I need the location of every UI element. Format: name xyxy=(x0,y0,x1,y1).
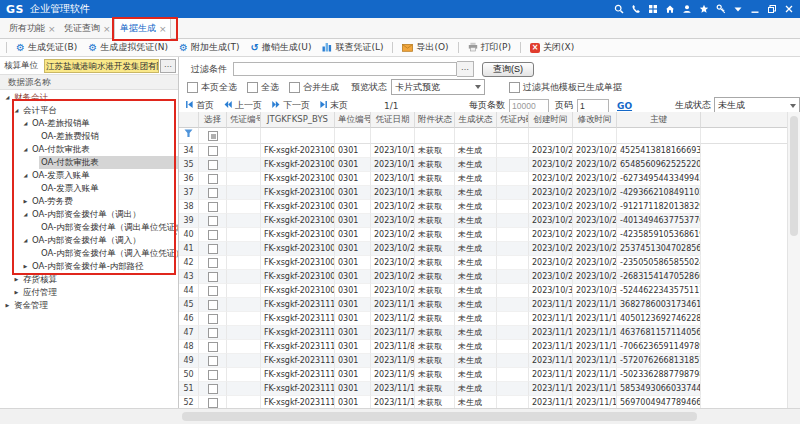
tree-collapsed-icon[interactable]: ▶ xyxy=(21,260,30,273)
toolbar-button[interactable]: ⚙附加生成(T) xyxy=(175,41,244,54)
table-row[interactable]: 34FK-xsgkf-20231006203012023/10/18未获取未生成… xyxy=(179,144,788,158)
page-number-input[interactable] xyxy=(577,99,609,113)
table-row[interactable]: 40FK-xsgkf-20231007103012023/10/23未获取未生成… xyxy=(179,228,788,242)
table-row[interactable]: 45FK-xsgkf-20231111003012023/11/1未获取未生成2… xyxy=(179,298,788,312)
key-icon[interactable] xyxy=(716,4,726,14)
table-row[interactable]: 43FK-xsgkf-20231007503012023/10/24未获取未生成… xyxy=(179,270,788,284)
caret-down-icon[interactable] xyxy=(733,4,743,14)
row-checkbox[interactable] xyxy=(208,328,218,338)
toolbar-button[interactable]: 打印(P) xyxy=(464,41,515,54)
table-row[interactable]: 38FK-xsgkf-20231006903012023/10/20未获取未生成… xyxy=(179,200,788,214)
row-checkbox[interactable] xyxy=(208,300,218,310)
row-checkbox[interactable] xyxy=(208,286,218,296)
per-page-input[interactable] xyxy=(509,99,549,113)
table-row[interactable]: 44FK-xsgkf-20231009303012023/10/27未获取未生成… xyxy=(179,284,788,298)
header-voucher-no-cell[interactable]: 凭证编号 xyxy=(227,112,261,128)
select-all-checkbox[interactable] xyxy=(247,82,258,93)
tree-expanded-icon[interactable]: ◢ xyxy=(21,208,30,221)
tree-node[interactable]: OA-差旅费报销 xyxy=(0,130,178,143)
tree-node[interactable]: OA-发票入账单 xyxy=(0,182,178,195)
tree-node[interactable]: ◢OA-发票入账单 xyxy=(0,169,178,182)
table-row[interactable]: 39FK-xsgkf-20231007003012023/10/20未获取未生成… xyxy=(179,214,788,228)
tree-expanded-icon[interactable]: ◢ xyxy=(21,143,30,156)
tree-node[interactable]: ◢OA-内部资金拨付单（调入） xyxy=(0,234,178,247)
header-voucher-date-cell[interactable]: 凭证日期 xyxy=(371,112,415,128)
go-button[interactable]: GO xyxy=(617,101,632,111)
tree-node[interactable]: OA-内部资金拨付单（调入单位凭证） xyxy=(0,247,178,260)
header-inner-code-cell[interactable]: 凭证内码 xyxy=(497,112,529,128)
funnel-icon[interactable] xyxy=(184,128,193,143)
table-row[interactable]: 51FK-xsgkf-20231117003012023/11/10未获取未生成… xyxy=(179,382,788,396)
table-row[interactable]: 37FK-xsgkf-20231006803012023/10/19未获取未生成… xyxy=(179,186,788,200)
accounting-unit-picker-button[interactable]: … xyxy=(160,59,176,73)
horizontal-scrollbar[interactable] xyxy=(0,408,800,424)
search-icon[interactable] xyxy=(614,4,624,14)
row-checkbox[interactable] xyxy=(208,258,218,268)
header-unit-code-cell[interactable]: 单位编号 xyxy=(335,112,371,128)
tab-close-icon[interactable]: × xyxy=(103,24,109,34)
filter-input[interactable] xyxy=(233,62,457,76)
minimize-icon[interactable] xyxy=(750,4,760,14)
tree-node[interactable]: ▶应付管理 xyxy=(0,286,178,299)
tree-node[interactable]: ◢OA-付款审批表 xyxy=(0,143,178,156)
row-checkbox[interactable] xyxy=(208,356,218,366)
header-attachment-status-cell[interactable]: 附件状态 xyxy=(415,112,455,128)
header-jtgkfksp-bys-cell[interactable]: JTGKFKSP_BYS xyxy=(261,112,335,128)
header-modified-time-cell[interactable]: 修改时间 xyxy=(573,112,617,128)
splitter-handle[interactable] xyxy=(174,225,177,235)
tree-node[interactable]: ▶OA-劳务费 xyxy=(0,195,178,208)
home-icon[interactable] xyxy=(665,4,675,14)
table-row[interactable]: 48FK-xsgkf-20231114603012023/11/8未获取未生成2… xyxy=(179,340,788,354)
table-row[interactable]: 41FK-xsgkf-20231007303012023/10/23未获取未生成… xyxy=(179,242,788,256)
header-generate-status-cell[interactable]: 生成状态 xyxy=(455,112,497,128)
row-checkbox[interactable] xyxy=(208,230,218,240)
tree-expanded-icon[interactable]: ◢ xyxy=(21,117,30,130)
tab-3[interactable]: 单据生成× xyxy=(114,18,171,39)
select-page-checkbox[interactable] xyxy=(187,82,198,93)
table-row[interactable]: 42FK-xsgkf-20231007403012023/10/23未获取未生成… xyxy=(179,256,788,270)
table-row[interactable]: 36FK-xsgkf-20231006703012023/10/19未获取未生成… xyxy=(179,172,788,186)
vertical-scrollbar-thumb[interactable] xyxy=(790,116,798,236)
toolbar-button[interactable]: ↺撤销生成(U) xyxy=(246,41,315,54)
row-checkbox[interactable] xyxy=(208,314,218,324)
tree-expanded-icon[interactable]: ◢ xyxy=(12,104,21,117)
filter-picker-button[interactable]: … xyxy=(457,61,474,77)
toolbar-button[interactable]: 导出(O) xyxy=(398,41,452,54)
row-checkbox[interactable] xyxy=(208,160,218,170)
row-checkbox[interactable] xyxy=(208,244,218,254)
toolbar-button[interactable]: ×关闭(X) xyxy=(526,41,578,54)
table-row[interactable]: 50FK-xsgkf-20231115203012023/11/9未获取未生成2… xyxy=(179,368,788,382)
header-primary-key-cell[interactable]: 主键 xyxy=(617,112,701,128)
table-row[interactable]: 49FK-xsgkf-20231115303012023/11/9未获取未生成2… xyxy=(179,354,788,368)
tree-node[interactable]: ▶存货核算 xyxy=(0,273,178,286)
toolbar-button[interactable]: ⚙生成凭证(B) xyxy=(12,41,81,54)
tree-expanded-icon[interactable]: ◢ xyxy=(21,169,30,182)
row-checkbox[interactable] xyxy=(208,370,218,380)
tree-collapsed-icon[interactable]: ▶ xyxy=(3,299,12,312)
tree-node[interactable]: ◢财务会计 xyxy=(0,91,178,104)
tree-node[interactable]: ▶资金管理 xyxy=(0,299,178,312)
row-checkbox[interactable] xyxy=(208,342,218,352)
select-all-rows-checkbox[interactable] xyxy=(208,131,218,141)
toolbar-button[interactable]: ⚙生成虚拟凭证(N) xyxy=(84,41,172,54)
row-checkbox[interactable] xyxy=(208,146,218,156)
tree-node[interactable]: ◢OA-差旅报销单 xyxy=(0,117,178,130)
preview-mode-select[interactable]: 卡片式预览 xyxy=(391,79,485,95)
table-row[interactable]: 46FK-xsgkf-20231111503012023/11/2未获取未生成2… xyxy=(179,312,788,326)
restore-icon[interactable] xyxy=(767,4,777,14)
close-icon[interactable] xyxy=(784,4,794,14)
tree-expanded-icon[interactable]: ◢ xyxy=(3,91,12,104)
tree-collapsed-icon[interactable]: ▶ xyxy=(21,195,30,208)
tab-close-icon[interactable]: × xyxy=(48,24,54,34)
star-icon[interactable] xyxy=(699,4,709,14)
row-checkbox[interactable] xyxy=(208,174,218,184)
tree-collapsed-icon[interactable]: ▶ xyxy=(12,286,21,299)
tab-close-icon[interactable]: × xyxy=(159,24,165,34)
table-row[interactable]: 35FK-xsgkf-20231005603012023/10/18未获取未生成… xyxy=(179,158,788,172)
tree-node[interactable]: OA-付款审批表 xyxy=(0,156,178,169)
header-select-cell[interactable]: 选择 xyxy=(199,112,227,128)
first-page-button[interactable]: 首页 xyxy=(185,99,214,112)
accounting-unit-input[interactable]: 江苏盐城港响水港开发集团有限公司 xyxy=(44,59,159,73)
tree-node[interactable]: ▶OA-内部资金拨付单-内部路径 xyxy=(0,260,178,273)
table-row[interactable]: 47FK-xsgkf-20231111903012023/11/7未获取未生成2… xyxy=(179,326,788,340)
